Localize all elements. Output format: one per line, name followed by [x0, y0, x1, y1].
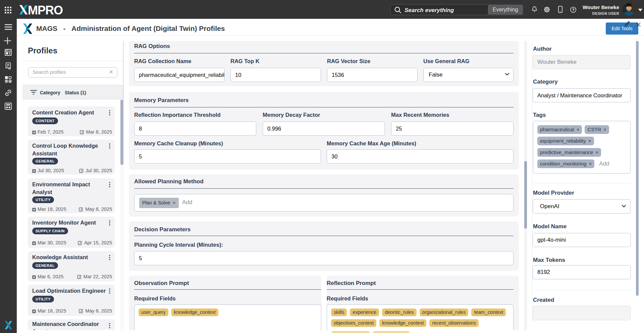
- svg-text:?: ?: [572, 8, 575, 12]
- svg-text:MPRO: MPRO: [28, 5, 63, 15]
